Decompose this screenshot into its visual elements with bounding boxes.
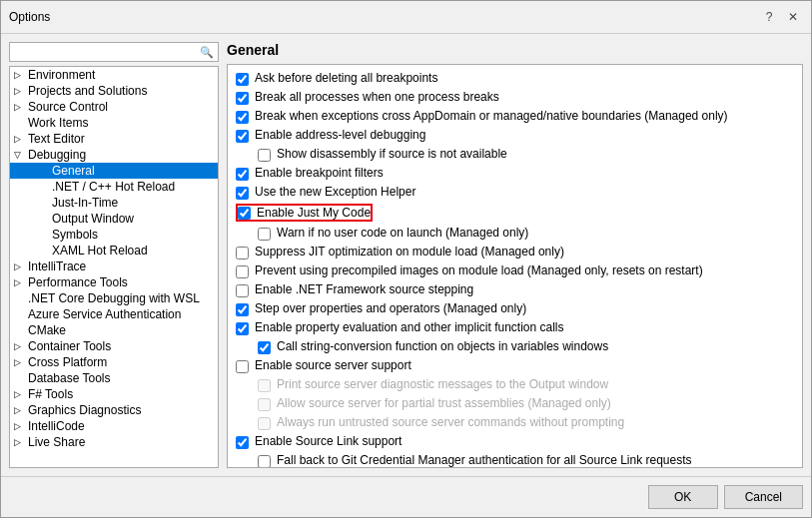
help-button[interactable]: ? [759, 7, 779, 27]
tree-item-projects-solutions[interactable]: ▷Projects and Solutions [10, 83, 218, 99]
tree-label-debugging-just-in-time: Just-In-Time [52, 196, 118, 210]
checkbox-opt21[interactable] [258, 455, 271, 468]
tree-item-f-sharp-tools[interactable]: ▷F# Tools [10, 386, 218, 402]
tree-label-debugging-general: General [52, 164, 95, 178]
options-area[interactable]: Ask before deleting all breakpointsBreak… [227, 64, 803, 468]
right-panel: General Ask before deleting all breakpoi… [227, 42, 803, 468]
tree-arrow-projects-solutions: ▷ [14, 86, 26, 96]
checkbox-opt10[interactable] [236, 247, 249, 259]
option-label-opt16: Enable source server support [255, 358, 794, 372]
checkbox-opt1[interactable] [236, 73, 249, 86]
tree-item-intellicode[interactable]: ▷IntelliCode [10, 418, 218, 434]
cancel-button[interactable]: Cancel [724, 485, 803, 509]
tree-item-work-items[interactable]: Work Items [10, 115, 218, 131]
tree-label-debugging-output-window: Output Window [52, 212, 134, 226]
option-label-opt14: Enable property evaluation and other imp… [255, 320, 794, 334]
tree-arrow-intellitrace: ▷ [14, 261, 26, 271]
tree-arrow-cross-platform: ▷ [14, 357, 26, 367]
checkbox-opt17[interactable] [258, 379, 271, 392]
tree-label-debugging-net-hot-reload: .NET / C++ Hot Reload [52, 180, 175, 194]
tree-arrow-intellicode: ▷ [14, 421, 26, 431]
checkbox-opt12[interactable] [236, 284, 249, 297]
tree-item-debugging-general[interactable]: General [10, 163, 218, 179]
checkbox-opt16[interactable] [236, 360, 249, 373]
tree-label-live-share: Live Share [28, 435, 85, 449]
checkbox-opt14[interactable] [236, 322, 249, 335]
checkbox-opt13[interactable] [236, 303, 249, 316]
checkbox-opt9[interactable] [258, 228, 271, 241]
tree-label-work-items: Work Items [28, 116, 88, 130]
tree-arrow-f-sharp-tools: ▷ [14, 389, 26, 399]
tree-item-debugging[interactable]: ▽Debugging [10, 147, 218, 163]
tree-item-environment[interactable]: ▷Environment [10, 67, 218, 83]
tree-item-debugging-output-window[interactable]: Output Window [10, 211, 218, 227]
tree-view: ▷Environment▷Projects and Solutions▷Sour… [9, 66, 219, 468]
checkbox-opt11[interactable] [236, 265, 249, 278]
option-label-opt1: Ask before deleting all breakpoints [255, 71, 794, 85]
checkbox-opt8[interactable] [238, 207, 251, 220]
tree-label-intellicode: IntelliCode [28, 419, 85, 433]
option-row-opt4: Enable address-level debugging [236, 126, 794, 145]
tree-item-debugging-net-hot-reload[interactable]: .NET / C++ Hot Reload [10, 179, 218, 195]
dialog-footer: OK Cancel [1, 476, 811, 517]
tree-arrow-graphics-diagnostics: ▷ [14, 405, 26, 415]
tree-item-database-tools[interactable]: Database Tools [10, 370, 218, 386]
option-row-opt16: Enable source server support [236, 356, 794, 375]
tree-arrow-source-control: ▷ [14, 102, 26, 112]
checkbox-opt7[interactable] [236, 187, 249, 200]
checkbox-opt3[interactable] [236, 111, 249, 124]
tree-item-live-share[interactable]: ▷Live Share [10, 434, 218, 450]
tree-item-graphics-diagnostics[interactable]: ▷Graphics Diagnostics [10, 402, 218, 418]
tree-item-text-editor[interactable]: ▷Text Editor [10, 131, 218, 147]
tree-item-cross-platform[interactable]: ▷Cross Platform [10, 354, 218, 370]
tree-item-net-core-debugging-wsl[interactable]: .NET Core Debugging with WSL [10, 290, 218, 306]
tree-item-source-control[interactable]: ▷Source Control [10, 99, 218, 115]
checkbox-opt6[interactable] [236, 168, 249, 181]
option-label-opt11: Prevent using precompiled images on modu… [255, 263, 794, 277]
title-bar: Options ? ✕ [1, 1, 811, 34]
search-input[interactable] [14, 45, 200, 59]
tree-label-performance-tools: Performance Tools [28, 275, 128, 289]
checkbox-opt18[interactable] [258, 398, 271, 411]
tree-label-debugging-symbols: Symbols [52, 228, 98, 242]
option-label-opt8: Enable Just My Code [257, 206, 371, 220]
checkbox-opt19[interactable] [258, 417, 271, 430]
option-label-opt7: Use the new Exception Helper [255, 185, 794, 199]
option-label-opt4: Enable address-level debugging [255, 128, 794, 142]
option-label-opt20: Enable Source Link support [255, 434, 794, 448]
checkbox-opt2[interactable] [236, 92, 249, 105]
tree-label-debugging-xaml-hot-reload: XAML Hot Reload [52, 244, 148, 258]
tree-item-debugging-xaml-hot-reload[interactable]: XAML Hot Reload [10, 243, 218, 259]
option-label-opt15: Call string-conversion function on objec… [277, 339, 794, 353]
search-icon: 🔍 [200, 46, 214, 59]
tree-arrow-container-tools: ▷ [14, 341, 26, 351]
close-button[interactable]: ✕ [783, 7, 803, 27]
tree-item-intellitrace[interactable]: ▷IntelliTrace [10, 259, 218, 274]
section-title: General [227, 42, 803, 58]
option-label-opt13: Step over properties and operators (Mana… [255, 301, 794, 315]
tree-label-source-control: Source Control [28, 100, 108, 114]
tree-label-azure-service-auth: Azure Service Authentication [28, 307, 181, 321]
ok-button[interactable]: OK [648, 485, 718, 509]
tree-item-cmake[interactable]: CMake [10, 322, 218, 338]
checkbox-opt5[interactable] [258, 149, 271, 162]
tree-arrow-live-share: ▷ [14, 437, 26, 447]
option-row-opt8: Enable Just My Code [236, 202, 794, 224]
checkbox-opt20[interactable] [236, 436, 249, 449]
tree-item-container-tools[interactable]: ▷Container Tools [10, 338, 218, 354]
left-panel: 🔍 ▷Environment▷Projects and Solutions▷So… [9, 42, 219, 468]
option-row-opt5: Show disassembly if source is not availa… [236, 145, 794, 164]
options-dialog: Options ? ✕ 🔍 ▷Environment▷Projects and … [0, 0, 812, 518]
tree-item-debugging-just-in-time[interactable]: Just-In-Time [10, 195, 218, 211]
options-scroll-wrap: Ask before deleting all breakpointsBreak… [227, 64, 803, 468]
checkbox-opt15[interactable] [258, 341, 271, 354]
option-row-opt18: Allow source server for partial trust as… [236, 394, 794, 413]
checkbox-opt4[interactable] [236, 130, 249, 143]
tree-item-performance-tools[interactable]: ▷Performance Tools [10, 274, 218, 290]
option-row-opt15: Call string-conversion function on objec… [236, 337, 794, 356]
option-label-opt5: Show disassembly if source is not availa… [277, 147, 794, 161]
option-row-opt1: Ask before deleting all breakpoints [236, 69, 794, 88]
tree-item-azure-service-auth[interactable]: Azure Service Authentication [10, 306, 218, 322]
tree-item-debugging-symbols[interactable]: Symbols [10, 227, 218, 243]
tree-label-environment: Environment [28, 68, 95, 82]
